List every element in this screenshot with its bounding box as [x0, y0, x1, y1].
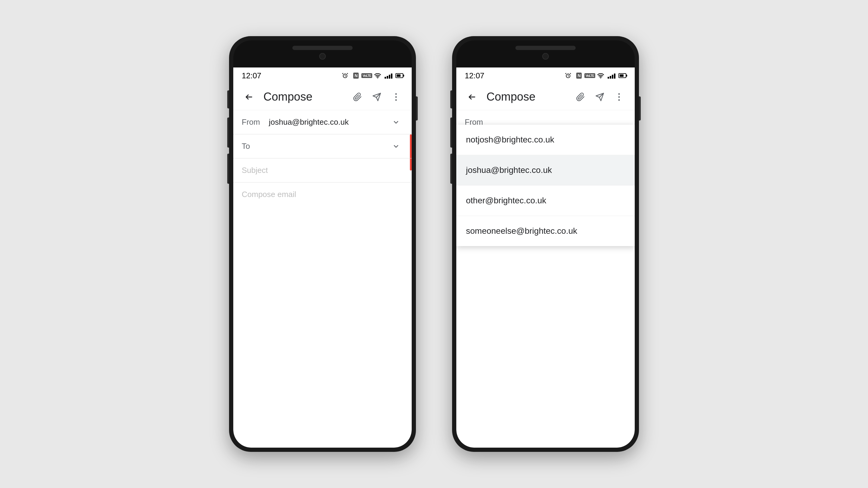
phone1-wrapper: 12:07 N [229, 36, 416, 452]
phone2-nfc-icon: N [575, 72, 583, 79]
phone2-screen-outer: 12:07 N VoLTE [456, 40, 635, 448]
phone2-time: 12:07 [465, 71, 484, 80]
nfc-icon: N [352, 72, 360, 79]
svg-point-4 [396, 93, 397, 95]
phone1-more-button[interactable] [388, 89, 404, 105]
svg-point-13 [618, 99, 620, 101]
phone2-wrapper: 12:07 N VoLTE [452, 36, 639, 452]
phone2-device: 12:07 N VoLTE [452, 36, 639, 452]
phone1-send-button[interactable] [368, 89, 385, 105]
svg-point-12 [618, 96, 620, 98]
phone1-to-row[interactable]: To [233, 134, 412, 158]
phone1-status-bar: 12:07 N [233, 67, 412, 84]
phone1-to-label: To [242, 141, 269, 151]
front-camera [319, 53, 326, 60]
phone2-wifi-icon [597, 72, 604, 79]
phone2-dropdown-item-1[interactable]: notjosh@brightec.co.uk [456, 125, 635, 155]
phone1-app-title: Compose [264, 90, 343, 103]
phone2-status-icons: N VoLTE [564, 72, 626, 79]
speaker-bar-2 [516, 46, 576, 50]
phone1-device: 12:07 N [229, 36, 416, 452]
phone2-volte-icon: VoLTE [586, 72, 594, 79]
volume-down-button [227, 118, 229, 148]
phone2-dropdown-item-2[interactable]: joshua@brightec.co.uk [456, 155, 635, 186]
phone2-toolbar [572, 89, 627, 105]
phone1-back-button[interactable] [241, 89, 257, 105]
power-button [416, 96, 418, 121]
svg-point-6 [396, 99, 397, 101]
phone1-subject-placeholder: Subject [242, 166, 403, 175]
signal-icon [384, 72, 393, 79]
phone2-status-bar: 12:07 N VoLTE [456, 67, 635, 84]
phone1-toolbar [349, 89, 404, 105]
volume-up-button-2 [450, 90, 452, 108]
phone2-signal-icon [608, 72, 615, 79]
phone2-send-button[interactable] [591, 89, 608, 105]
alarm-icon [341, 72, 349, 79]
phone1-from-label: From [242, 118, 269, 127]
phone2-screen: 12:07 N VoLTE [456, 67, 635, 448]
assistant-button [227, 154, 229, 184]
battery-icon [396, 72, 403, 79]
phone1-subject-row[interactable]: Subject [233, 158, 412, 183]
power-button-2 [639, 96, 641, 121]
phone1-app-bar: Compose [233, 84, 412, 110]
phone1-time: 12:07 [242, 71, 261, 80]
svg-point-8 [600, 77, 601, 78]
svg-point-1 [377, 77, 378, 78]
front-camera-2 [542, 53, 549, 60]
phone1-status-icons: N VoLTE [341, 72, 403, 79]
phone2-app-bar: Compose [456, 84, 635, 110]
volte-icon: VoLTE [363, 72, 371, 79]
phone1-body-row[interactable]: Compose email [233, 183, 412, 219]
phone2-dropdown-item-3[interactable]: other@brightec.co.uk [456, 186, 635, 216]
phone1-from-chevron[interactable] [389, 115, 403, 130]
volume-down-button-2 [450, 118, 452, 148]
phone2-from-dropdown: notjosh@brightec.co.uk joshua@brightec.c… [456, 125, 635, 246]
svg-point-11 [618, 93, 620, 95]
phone2-app-title: Compose [487, 90, 566, 103]
wifi-icon [374, 72, 381, 79]
svg-point-5 [396, 96, 397, 98]
phone2-attach-button[interactable] [572, 89, 589, 105]
phone1-screen: 12:07 N [233, 67, 412, 448]
phone1-from-value: joshua@brightec.co.uk [269, 118, 389, 127]
phone2-alarm-icon [564, 72, 572, 79]
phone1-from-row[interactable]: From joshua@brightec.co.uk [233, 110, 412, 134]
speaker-bar [292, 46, 352, 50]
phone2-compose-form: From To Subject Compo [456, 110, 635, 219]
phone1-attach-button[interactable] [349, 89, 366, 105]
volume-up-button [227, 90, 229, 108]
phone1-body-placeholder: Compose email [242, 190, 403, 199]
phone1-compose-form: From joshua@brightec.co.uk To [233, 110, 412, 219]
phone2-back-button[interactable] [464, 89, 480, 105]
phone1-screen-outer: 12:07 N [233, 40, 412, 448]
phone2-battery-icon [618, 72, 626, 79]
phone2-more-button[interactable] [611, 89, 627, 105]
phone1-to-chevron[interactable] [389, 139, 403, 154]
phone2-dropdown-item-4[interactable]: someoneelse@brightec.co.uk [456, 216, 635, 246]
assistant-button-2 [450, 154, 452, 184]
